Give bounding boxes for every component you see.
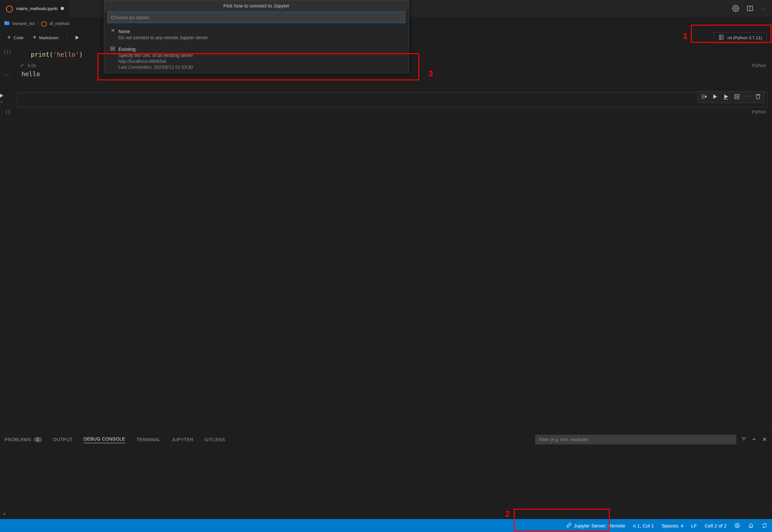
svg-marker-11 bbox=[713, 95, 717, 99]
status-cell-position[interactable]: Cell 2 of 2 bbox=[705, 523, 727, 528]
run-cell-gutter[interactable]: ⌄ bbox=[0, 94, 3, 103]
status-feedback-icon[interactable] bbox=[734, 523, 740, 528]
chevron-down-icon: ⌄ bbox=[0, 99, 3, 103]
status-bell-icon[interactable] bbox=[748, 523, 754, 528]
tab-label: PROBLEMS bbox=[5, 437, 31, 442]
status-indentation[interactable]: Spaces: 4 bbox=[662, 523, 683, 528]
markdown-label: Markdown bbox=[39, 35, 58, 40]
kernel-name: ml (Python 3.7.11) bbox=[728, 35, 762, 40]
play-icon bbox=[76, 36, 79, 40]
exec-count: [1] bbox=[0, 47, 17, 54]
filter-settings-icon[interactable] bbox=[741, 436, 747, 443]
toolbar-separator bbox=[67, 34, 67, 41]
problems-count-badge: 1 bbox=[34, 437, 42, 442]
svg-rect-17 bbox=[111, 49, 114, 50]
cell-language[interactable]: Python bbox=[752, 63, 766, 68]
status-bar: Jupyter Server: Remote n 1, Col 1 Spaces… bbox=[0, 519, 772, 532]
breadcrumb-folder[interactable]: lowrank_bci bbox=[12, 21, 35, 26]
play-icon bbox=[0, 94, 3, 98]
svg-point-23 bbox=[735, 523, 740, 528]
svg-point-24 bbox=[736, 525, 737, 526]
code-editor[interactable] bbox=[17, 92, 767, 107]
option-description: Specify the URL of an existing server bbox=[118, 53, 403, 58]
run-by-line-icon[interactable] bbox=[701, 93, 707, 101]
disconnect-icon bbox=[110, 28, 115, 34]
code-cell[interactable]: ··· ⌄ [ ] Python bbox=[0, 92, 772, 116]
status-text: Cell 2 of 2 bbox=[705, 523, 727, 528]
tab-label: OUTPUT bbox=[53, 437, 73, 442]
settings-gear-icon[interactable] bbox=[732, 5, 739, 12]
tab-filename: matrix_methods.ipynb bbox=[16, 6, 57, 11]
breadcrumb-item[interactable]: dl_method bbox=[50, 21, 69, 26]
cell-more-icon[interactable]: ··· bbox=[745, 93, 750, 101]
jupyter-icon: ◯ bbox=[6, 5, 13, 12]
panel-tab-gitlens[interactable]: GITLENS bbox=[205, 437, 225, 442]
exec-count: [ ] bbox=[6, 109, 10, 114]
split-editor-icon[interactable] bbox=[746, 5, 754, 12]
quickpick-option-none[interactable]: None Do not connect to any remote Jupyte… bbox=[104, 26, 409, 43]
svg-marker-10 bbox=[705, 96, 707, 98]
svg-marker-12 bbox=[724, 95, 728, 99]
plus-icon: + bbox=[33, 34, 37, 41]
panel-tab-problems[interactable]: PROBLEMS 1 bbox=[5, 437, 42, 442]
more-actions-icon[interactable]: ··· bbox=[761, 6, 766, 11]
option-label: Existing bbox=[118, 46, 136, 52]
editor-tab[interactable]: ◯ matrix_methods.ipynb bbox=[0, 0, 70, 17]
svg-point-25 bbox=[738, 525, 739, 526]
status-text: Jupyter Server: Remote bbox=[574, 523, 625, 528]
run-all-button[interactable] bbox=[72, 34, 82, 41]
status-cursor-position[interactable]: n 1, Col 1 bbox=[633, 523, 654, 528]
panel-tab-terminal[interactable]: TERMINAL bbox=[136, 437, 160, 442]
option-last-connection: Last Connection: 2023/6/11 01:53:30 bbox=[118, 65, 403, 70]
svg-point-5 bbox=[720, 36, 721, 36]
exec-time: 0.0s bbox=[28, 63, 36, 68]
status-text: n 1, Col 1 bbox=[633, 523, 654, 528]
quickpick-dialog: Pick how to connect to Jupyter None Do n… bbox=[104, 0, 409, 73]
cell-language[interactable]: Python bbox=[752, 109, 766, 114]
tab-label: JUPYTER bbox=[172, 437, 194, 442]
server-icon bbox=[110, 46, 115, 52]
prompt-chevron-icon: > bbox=[3, 512, 6, 516]
plus-icon: + bbox=[7, 34, 11, 41]
panel-tab-debug-console[interactable]: DEBUG CONSOLE bbox=[84, 436, 125, 443]
panel-tabs: PROBLEMS 1 OUTPUT DEBUG CONSOLE TERMINAL… bbox=[0, 432, 772, 447]
output-text: hello bbox=[17, 70, 44, 81]
quickpick-option-existing[interactable]: Existing Specify the URL of an existing … bbox=[104, 43, 409, 73]
panel-close-icon[interactable] bbox=[762, 436, 767, 443]
status-jupyter-server[interactable]: Jupyter Server: Remote bbox=[566, 523, 625, 529]
cell-toolbar: ··· bbox=[697, 91, 765, 103]
code-token: ( bbox=[49, 51, 53, 58]
dirty-indicator-icon bbox=[61, 7, 64, 10]
quickpick-title: Pick how to connect to Jupyter bbox=[104, 0, 409, 12]
execute-cell-icon[interactable] bbox=[712, 93, 718, 101]
option-description: Do not connect to any remote Jupyter ser… bbox=[118, 35, 403, 40]
kernel-selector-button[interactable]: ml (Python 3.7.11) bbox=[714, 32, 767, 43]
status-eol[interactable]: LF bbox=[691, 523, 697, 528]
add-code-cell-button[interactable]: + Code bbox=[4, 33, 27, 42]
panel-tab-jupyter[interactable]: JUPYTER bbox=[172, 437, 194, 442]
status-text: LF bbox=[691, 523, 697, 528]
panel-maximize-icon[interactable] bbox=[751, 436, 757, 443]
jupyter-icon: ◯ bbox=[41, 20, 47, 27]
svg-rect-15 bbox=[735, 97, 739, 99]
svg-rect-14 bbox=[735, 95, 739, 96]
status-sync-icon[interactable] bbox=[762, 523, 767, 528]
link-icon bbox=[566, 523, 571, 529]
code-token: print bbox=[31, 51, 49, 58]
panel-tab-output[interactable]: OUTPUT bbox=[53, 437, 73, 442]
code-label: Code bbox=[14, 35, 24, 40]
execute-below-icon[interactable] bbox=[723, 93, 729, 101]
code-token: 'hello' bbox=[53, 51, 79, 58]
delete-cell-icon[interactable] bbox=[755, 93, 761, 101]
svg-rect-16 bbox=[111, 47, 114, 48]
server-icon bbox=[719, 34, 724, 41]
split-cell-icon[interactable] bbox=[734, 93, 740, 101]
debug-repl-prompt[interactable]: > bbox=[0, 509, 772, 519]
tabbar-actions: ··· bbox=[732, 5, 772, 12]
code-token: ) bbox=[79, 51, 83, 58]
tab-label: TERMINAL bbox=[136, 437, 160, 442]
panel-filter-input[interactable] bbox=[535, 435, 736, 444]
cell-status: [ ] Python bbox=[0, 107, 772, 116]
quickpick-input[interactable] bbox=[107, 12, 405, 23]
add-markdown-cell-button[interactable]: + Markdown bbox=[30, 33, 62, 42]
